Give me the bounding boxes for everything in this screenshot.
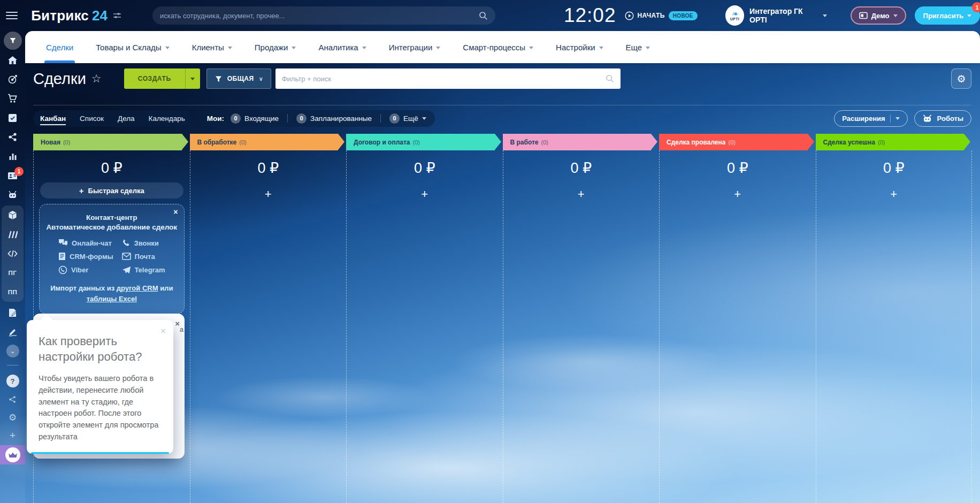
add-deal-button[interactable]: + — [573, 187, 589, 203]
chevron-down-icon — [422, 117, 426, 120]
sidebar-item-collab[interactable] — [0, 127, 25, 147]
sidebar-item-help[interactable]: ? — [0, 372, 25, 390]
board-settings-button[interactable]: ⚙ — [951, 68, 971, 89]
tab-calendar[interactable]: Календарь — [142, 115, 192, 123]
channel-mail[interactable]: Почта — [122, 252, 165, 261]
tab-kanban[interactable]: Канбан — [33, 115, 73, 123]
tab-activities[interactable]: Дела — [111, 115, 142, 123]
sidebar-item-add[interactable]: + — [0, 426, 25, 445]
nav-item-analytics[interactable]: Аналитика — [307, 31, 377, 63]
stage-body: 0 ₽ + — [190, 150, 347, 503]
nav-item-settings[interactable]: Настройки — [545, 31, 615, 63]
sidebar-item-pg[interactable]: ПГ — [2, 263, 24, 283]
nav-item-products[interactable]: Товары и Склады — [85, 31, 181, 63]
stage-header[interactable]: Договор и оплата (0) — [346, 134, 495, 150]
nav-item-smart-processes[interactable]: Смарт-процессы — [451, 31, 545, 63]
start-workday-button[interactable]: НАЧАТЬ НОВОЕ — [625, 11, 698, 20]
stage-count: (0) — [878, 139, 885, 146]
nav-item-deals[interactable]: Сделки — [35, 31, 85, 63]
sidebar-item-marketplace[interactable] — [2, 225, 24, 244]
sidebar-item-settings[interactable]: ⚙ — [0, 408, 25, 426]
channel-crm-forms[interactable]: CRM-формы — [58, 252, 113, 261]
document-edit-icon — [8, 308, 17, 317]
stage-header[interactable]: Сделка успешна (0) — [816, 134, 964, 150]
nav-item-integrations[interactable]: Интеграции — [378, 31, 452, 63]
search-icon[interactable] — [479, 11, 488, 20]
viber-icon — [58, 265, 67, 275]
filter-preset-button[interactable]: ОБЩАЯ ∨ — [206, 68, 271, 89]
filter-search-input[interactable] — [282, 75, 606, 83]
create-dropdown-arrow[interactable] — [185, 68, 200, 89]
channel-telegram[interactable]: Telegram — [122, 265, 165, 275]
close-icon[interactable]: × — [175, 319, 180, 328]
robot-hint-tooltip: × Как проверить настройки робота? Чтобы … — [27, 320, 173, 454]
close-icon[interactable]: × — [160, 326, 166, 336]
tab-list[interactable]: Список — [73, 115, 111, 123]
bitrix24-logo[interactable]: Битрикс 24 — [31, 7, 108, 24]
add-deal-button[interactable]: + — [730, 187, 746, 203]
kanban-column-failed: Сделка провалена (0) 0 ₽ + — [659, 134, 816, 503]
sidebar-item-sign[interactable] — [0, 322, 25, 341]
sidebar-item-contacts[interactable]: 1 — [0, 166, 25, 185]
counter-more[interactable]: 0 Ещё — [389, 113, 426, 124]
stage-header[interactable]: Сделка провалена (0) — [659, 134, 808, 150]
company-avatar: ❧ UPTI — [725, 5, 744, 26]
create-deal-button[interactable]: СОЗДАТЬ — [124, 68, 200, 89]
sidebar-item-tasks[interactable] — [0, 108, 25, 127]
global-search-input[interactable] — [160, 12, 479, 20]
nav-item-clients[interactable]: Клиенты — [181, 31, 243, 63]
add-deal-button[interactable]: + — [417, 187, 433, 203]
nav-item-more[interactable]: Еще — [615, 31, 662, 63]
chevron-down-icon — [292, 47, 296, 49]
filter-search[interactable] — [275, 68, 621, 89]
sliders-icon[interactable] — [113, 11, 121, 20]
import-data-text: Импорт данных из другой CRM или таблицы … — [45, 283, 179, 304]
sidebar-item-shop[interactable] — [0, 89, 25, 108]
sidebar-item-robot[interactable] — [0, 185, 25, 204]
worktime-clock[interactable]: 12:02 — [564, 4, 616, 27]
sidebar-item-developer[interactable] — [2, 244, 24, 263]
channel-online-chat[interactable]: Онлайн-чат — [58, 239, 113, 247]
search-icon[interactable] — [606, 74, 614, 83]
sidebar-item-collapse[interactable]: ⌄ — [0, 341, 25, 361]
gear-icon: ⚙ — [956, 73, 966, 85]
stage-header[interactable]: Новая (0) — [33, 134, 182, 150]
sidebar-item-marketing[interactable] — [0, 70, 25, 89]
stage-header[interactable]: В обработке (0) — [190, 134, 339, 150]
extensions-button[interactable]: Расширения — [834, 110, 907, 127]
stage-sum: 0 ₽ — [822, 159, 967, 177]
channel-calls[interactable]: Звонки — [122, 239, 165, 247]
sidebar-item-analytics[interactable] — [0, 147, 25, 166]
import-excel-link[interactable]: таблицы Excel — [87, 295, 137, 303]
sidebar-item-catalog[interactable] — [2, 205, 24, 225]
sidebar-item-crm[interactable] — [0, 31, 25, 50]
divider — [287, 114, 288, 123]
sidebar-item-home[interactable] — [0, 50, 25, 70]
deals-toolbar: Сделки ☆ СОЗДАТЬ ОБЩАЯ ∨ ⚙ — [33, 67, 971, 90]
favorite-star-icon[interactable]: ☆ — [91, 72, 102, 85]
share-icon — [9, 395, 17, 403]
kanban-column-won: Сделка успешна (0) 0 ₽ + — [816, 134, 973, 503]
chevron-down-icon: ⌄ — [6, 345, 19, 357]
close-icon[interactable]: × — [173, 208, 178, 216]
channel-viber[interactable]: Viber — [58, 265, 113, 275]
quick-deal-button[interactable]: + Быстрая сделка — [40, 182, 183, 199]
hamburger-menu-icon[interactable] — [0, 0, 24, 31]
add-deal-button[interactable]: + — [260, 187, 276, 203]
import-crm-link[interactable]: другой CRM — [117, 284, 158, 292]
robots-button[interactable]: Роботы — [914, 110, 971, 127]
account-menu[interactable]: ❧ UPTI Интегратор ГК OPTI — [725, 5, 827, 26]
sidebar-item-subscription[interactable] — [0, 445, 25, 464]
add-deal-button[interactable]: + — [886, 187, 902, 203]
invite-button[interactable]: Пригласить 1 — [915, 6, 980, 25]
stage-header[interactable]: В работе (0) — [503, 134, 652, 150]
stage-body: 0 ₽ + — [816, 150, 973, 503]
counter-planned[interactable]: 0 Запланированные — [296, 113, 372, 124]
sidebar-item-documents[interactable] — [0, 303, 25, 322]
sidebar-item-pp[interactable]: ПП — [2, 283, 24, 302]
nav-item-sales[interactable]: Продажи — [243, 31, 308, 63]
demo-button[interactable]: Демо — [851, 6, 906, 25]
global-search[interactable] — [152, 6, 495, 25]
sidebar-item-share[interactable] — [0, 390, 25, 408]
counter-incoming[interactable]: 0 Входящие — [231, 113, 279, 124]
